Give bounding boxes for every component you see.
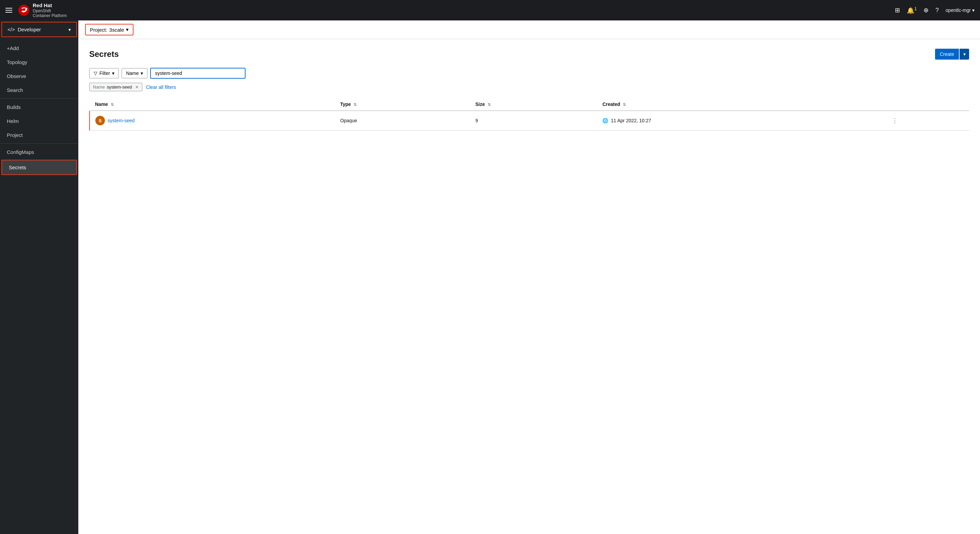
sidebar-item-project-label: Project: [7, 132, 23, 138]
name-select-label: Name: [126, 70, 138, 76]
row-size-cell: 9: [470, 111, 597, 131]
sidebar-item-topology-label: Topology: [7, 59, 27, 65]
brand-logo: Red Hat OpenShiftContainer Platform: [18, 2, 67, 18]
col-size: Size ⇅: [470, 98, 597, 111]
size-sort-icon[interactable]: ⇅: [488, 102, 491, 107]
apps-grid-icon[interactable]: ⊞: [895, 6, 900, 14]
secret-icon: S: [95, 116, 105, 125]
hamburger-menu[interactable]: [5, 8, 12, 13]
sidebar-item-search[interactable]: Search: [0, 83, 78, 97]
search-input[interactable]: [150, 68, 245, 79]
brand-name: Red Hat: [33, 2, 67, 8]
page-title: Secrets: [89, 49, 119, 59]
sidebar-item-builds-label: Builds: [7, 104, 21, 110]
project-label: Project:: [90, 27, 107, 33]
create-dropdown-arrow[interactable]: ▾: [959, 49, 969, 60]
sidebar-item-secrets[interactable]: Secrets: [2, 160, 77, 175]
context-switcher[interactable]: </> Developer ▾: [2, 22, 77, 37]
project-name: 3scale: [109, 27, 124, 33]
sidebar-item-secrets-label: Secrets: [9, 164, 26, 170]
svg-point-0: [18, 5, 29, 16]
secret-name-link[interactable]: system-seed: [108, 118, 135, 123]
filter-tag-label: Name: [93, 84, 105, 89]
filter-label: Filter: [99, 70, 110, 76]
row-actions-cell: ⋮: [886, 111, 969, 131]
main-content: Project: 3scale ▾ Secrets Create ▾ ▽ Fil…: [78, 21, 980, 534]
col-actions: [886, 98, 969, 111]
sidebar-item-project[interactable]: Project: [0, 128, 78, 142]
project-bar: Project: 3scale ▾: [78, 21, 980, 39]
topnav-actions: ⊞ 🔔1 ⊕ ? opentlc-mgr ▾: [895, 6, 975, 14]
name-sort-icon[interactable]: ⇅: [111, 102, 114, 107]
sidebar-item-helm[interactable]: Helm: [0, 114, 78, 128]
redhat-logo-icon: [18, 4, 30, 16]
sidebar-item-add-label: +Add: [7, 45, 19, 51]
context-label: </> Developer: [8, 27, 41, 32]
clear-all-filters[interactable]: Clear all filters: [146, 84, 176, 90]
filter-tag-value: system-seed: [107, 84, 132, 89]
filter-button[interactable]: ▽ Filter ▾: [89, 68, 119, 78]
secret-name-container: S system-seed: [95, 116, 329, 125]
context-icon: </>: [8, 27, 15, 32]
sidebar-item-observe-label: Observe: [7, 73, 26, 79]
sidebar-item-topology[interactable]: Topology: [0, 55, 78, 69]
created-sort-icon[interactable]: ⇅: [623, 102, 626, 107]
filter-name-select[interactable]: Name ▾: [122, 68, 148, 78]
col-created: Created ⇅: [597, 98, 886, 111]
sidebar-item-builds[interactable]: Builds: [0, 100, 78, 114]
project-dropdown-arrow: ▾: [126, 27, 129, 33]
table-body: S system-seed Opaque 9 🌐 11 Apr 2022, 10…: [89, 111, 969, 131]
add-icon[interactable]: ⊕: [923, 6, 929, 14]
topnav: Red Hat OpenShiftContainer Platform ⊞ 🔔1…: [0, 0, 980, 21]
type-sort-icon[interactable]: ⇅: [353, 102, 356, 107]
sidebar-item-helm-label: Helm: [7, 118, 19, 124]
active-filters: Name system-seed ✕ Clear all filters: [89, 83, 969, 91]
context-arrow: ▾: [68, 27, 71, 32]
sidebar-nav: +Add Topology Observe Search Builds Helm…: [0, 38, 78, 179]
content-header: Secrets Create ▾: [89, 49, 969, 60]
page-content: Secrets Create ▾ ▽ Filter ▾ Name ▾: [78, 39, 980, 534]
create-button-group: Create ▾: [935, 49, 969, 60]
col-type: Type ⇅: [335, 98, 470, 111]
context-name: Developer: [18, 27, 41, 32]
brand-text: Red Hat OpenShiftContainer Platform: [33, 2, 67, 18]
globe-icon: 🌐: [602, 118, 608, 123]
project-selector[interactable]: Project: 3scale ▾: [85, 24, 134, 35]
name-select-arrow: ▾: [141, 70, 143, 76]
filter-icon: ▽: [94, 70, 97, 76]
product-name-line1: OpenShiftContainer Platform: [33, 8, 67, 18]
notifications-icon[interactable]: 🔔1: [907, 6, 917, 14]
created-value: 11 Apr 2022, 10:27: [611, 118, 651, 123]
help-icon[interactable]: ?: [935, 7, 939, 14]
sidebar-divider-2: [0, 143, 78, 144]
username: opentlc-mgr: [946, 8, 971, 13]
sidebar-item-configmaps[interactable]: ConfigMaps: [0, 145, 78, 159]
sidebar-item-search-label: Search: [7, 87, 23, 93]
notifications-count: 1: [914, 6, 917, 11]
filter-bar: ▽ Filter ▾ Name ▾: [89, 68, 969, 79]
row-kebab-menu[interactable]: ⋮: [892, 117, 898, 124]
filter-tag: Name system-seed ✕: [89, 83, 142, 91]
sidebar-item-observe[interactable]: Observe: [0, 69, 78, 83]
create-button[interactable]: Create: [935, 49, 959, 60]
user-dropdown-arrow: ▾: [972, 8, 975, 13]
row-created-cell: 🌐 11 Apr 2022, 10:27: [597, 111, 886, 131]
row-name-cell: S system-seed: [89, 111, 335, 131]
table-header: Name ⇅ Type ⇅ Size ⇅ Created: [89, 98, 969, 111]
filter-arrow: ▾: [112, 70, 115, 76]
secrets-table: Name ⇅ Type ⇅ Size ⇅ Created: [89, 98, 969, 131]
filter-tag-close[interactable]: ✕: [135, 85, 138, 89]
sidebar: </> Developer ▾ +Add Topology Observe Se…: [0, 21, 78, 534]
col-name: Name ⇅: [89, 98, 335, 111]
row-type-cell: Opaque: [335, 111, 470, 131]
sidebar-item-add[interactable]: +Add: [0, 41, 78, 55]
table-row: S system-seed Opaque 9 🌐 11 Apr 2022, 10…: [89, 111, 969, 131]
sidebar-item-configmaps-label: ConfigMaps: [7, 149, 34, 155]
user-menu[interactable]: opentlc-mgr ▾: [946, 8, 975, 13]
